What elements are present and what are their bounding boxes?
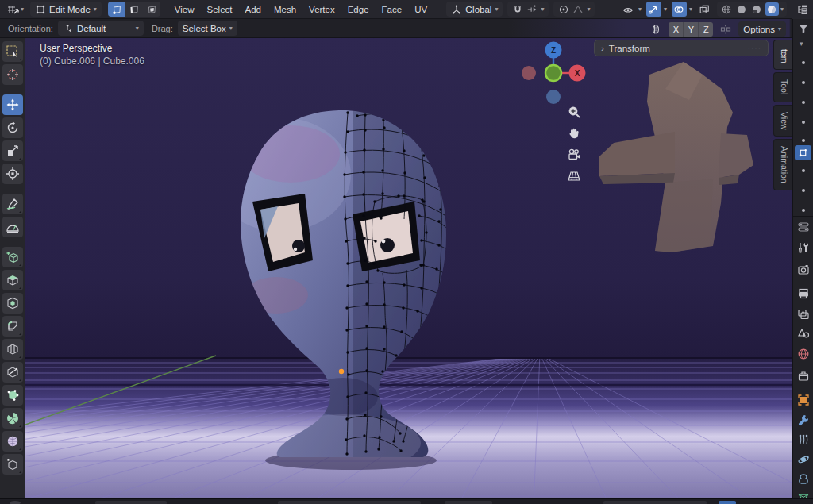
chevron-down-icon: ▾ [229,25,233,32]
shading-wireframe-button[interactable] [720,2,734,16]
mode-dropdown[interactable]: Edit Mode ▾ [30,2,102,17]
auto-merge-icon[interactable] [719,23,732,36]
rip-region-tool[interactable] [2,454,23,475]
transform-tool[interactable] [2,164,23,184]
face-select-mode-button[interactable] [143,2,160,17]
modifier-properties-tab[interactable] [797,414,810,426]
object-properties-tab[interactable] [797,394,810,406]
panel-grip-icon[interactable]: ···· [748,44,761,52]
outliner-active-object[interactable] [795,145,811,160]
smooth-tool[interactable] [2,431,23,452]
shading-group: ▾ [717,2,787,17]
perspective-toggle-icon[interactable] [567,169,581,183]
mirror-icon[interactable] [649,23,662,36]
navigation-gizmo[interactable]: Z X [514,38,601,111]
snap-magnet-icon[interactable] [512,4,523,15]
shading-material-button[interactable] [750,2,764,16]
collection-properties-tab[interactable] [797,370,810,383]
edge-select-mode-button[interactable] [125,2,143,17]
show-gizmo-button[interactable] [646,2,661,17]
select-box-tool[interactable] [2,41,23,62]
orientation-default-dropdown[interactable]: Default ▾ [58,21,144,36]
poly-build-tool[interactable] [2,385,23,406]
outliner-collapse-chevron[interactable]: ▾ [800,40,803,48]
tab-view[interactable]: View [773,105,792,137]
vertex-select-mode-button[interactable] [108,2,125,17]
menu-mesh[interactable]: Mesh [268,0,302,19]
tab-item[interactable]: Item [773,40,792,70]
view-layer-properties-tab[interactable] [797,308,810,321]
rotate-tool[interactable] [2,117,23,138]
camera-view-icon[interactable] [567,148,581,162]
cursor-tool[interactable] [2,64,23,85]
properties-editor-icon[interactable] [797,221,810,233]
selected-vertex[interactable] [339,369,344,374]
inset-faces-tool[interactable] [2,293,23,314]
move-tool[interactable] [2,94,23,115]
xray-toggle-button[interactable] [697,2,712,17]
mirror-y-button[interactable]: Y [684,22,699,37]
outliner-item-dot[interactable] [802,139,805,142]
transform-orientation-dropdown[interactable]: Global ▾ [446,2,503,17]
shading-rendered-button[interactable] [765,2,779,16]
tool-properties-tab[interactable] [797,241,810,254]
outliner-item-dot[interactable] [802,209,805,212]
outliner-item-dot[interactable] [802,189,805,192]
right-rail: ▾ [792,19,813,498]
show-overlays-button[interactable] [672,2,687,17]
physics-properties-tab[interactable] [797,453,810,466]
outliner-item-dot[interactable] [802,81,805,84]
gizmo-y-ball[interactable] [545,65,561,81]
chevron-down-icon: ▾ [664,6,667,13]
menu-face[interactable]: Face [376,0,409,19]
scale-tool[interactable] [2,140,23,161]
menu-add[interactable]: Add [239,0,268,19]
panel-expand-arrow-icon[interactable]: › [601,44,604,53]
spin-tool[interactable] [2,408,23,429]
knife-tool[interactable] [2,362,23,383]
menu-uv[interactable]: UV [408,0,433,19]
editor-type-button[interactable]: ▾ [3,2,27,17]
scene-properties-tab[interactable] [797,327,810,340]
zoom-icon[interactable] [567,105,581,119]
world-properties-tab[interactable] [797,348,810,360]
extrude-region-tool[interactable] [2,270,23,290]
menu-vertex[interactable]: Vertex [302,0,341,19]
tab-animation[interactable]: Animation [773,139,792,190]
menu-select[interactable]: Select [201,0,239,19]
options-dropdown[interactable]: Options ▾ [738,21,786,37]
falloff-curve-icon[interactable] [572,4,584,15]
menu-edge[interactable]: Edge [341,0,376,19]
viewport-3d[interactable]: User Perspective (0) Cube.006 | Cube.006… [25,38,792,498]
show-overlays-group: ▾ [672,2,692,17]
shading-solid-button[interactable] [735,2,749,16]
annotate-tool[interactable] [2,194,23,214]
add-cube-tool[interactable] [2,247,23,267]
drag-mode-dropdown[interactable]: Select Box ▾ [178,21,237,36]
outliner-item-dot[interactable] [802,121,805,124]
measure-tool[interactable] [2,217,23,237]
render-properties-tab[interactable] [797,264,810,276]
mirror-x-button[interactable]: X [669,22,684,37]
outliner-editor-type-button[interactable] [792,0,813,19]
filter-icon[interactable] [797,22,810,35]
edge-mode-icon [129,4,140,15]
object-visibility-button[interactable] [621,2,636,17]
gizmo-minus-x-ball[interactable] [522,66,536,80]
outliner-item-dot[interactable] [802,61,805,64]
pan-hand-icon[interactable] [567,126,581,140]
gizmo-minus-z-ball[interactable] [546,90,561,104]
tab-tool[interactable]: Tool [773,72,792,102]
mirror-z-button[interactable]: Z [699,22,713,37]
transform-panel-header[interactable]: › Transform ···· [594,40,769,56]
outliner-item-dot[interactable] [802,101,805,104]
proportional-edit-icon[interactable] [558,4,569,15]
menu-view[interactable]: View [168,0,201,19]
particles-properties-tab[interactable] [797,433,810,446]
constraints-properties-tab[interactable] [797,473,810,486]
loop-cut-tool[interactable] [2,339,23,360]
snap-target-icon[interactable] [526,4,538,15]
outliner-item-dot[interactable] [802,169,805,172]
output-properties-tab[interactable] [797,287,810,300]
bevel-tool[interactable] [2,316,23,337]
